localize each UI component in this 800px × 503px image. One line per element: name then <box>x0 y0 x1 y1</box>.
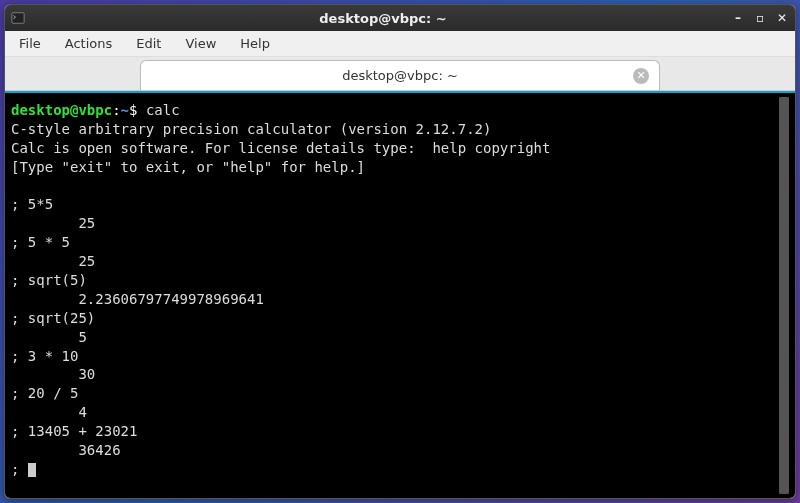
calc-result-1: 25 <box>11 215 95 231</box>
calc-input-7: ; 13405 + 23021 <box>11 423 137 439</box>
calc-input-6: ; 20 / 5 <box>11 385 78 401</box>
tab-terminal[interactable]: desktop@vbpc: ~ ✕ <box>140 60 660 90</box>
menu-edit[interactable]: Edit <box>132 34 165 53</box>
calc-result-4: 5 <box>11 329 87 345</box>
calc-header-2: Calc is open software. For license detai… <box>11 140 550 156</box>
calc-header-3: [Type "exit" to exit, or "help" for help… <box>11 159 365 175</box>
menu-actions[interactable]: Actions <box>61 34 117 53</box>
menu-file[interactable]: File <box>15 34 45 53</box>
window-title: desktop@vbpc: ~ <box>35 11 731 26</box>
scrollbar-thumb[interactable] <box>779 97 789 494</box>
scrollbar[interactable] <box>779 97 789 494</box>
calc-result-6: 4 <box>11 404 87 420</box>
calc-input-5: ; 3 * 10 <box>11 348 78 364</box>
calc-result-2: 25 <box>11 253 95 269</box>
tabbar: desktop@vbpc: ~ ✕ <box>5 57 795 91</box>
terminal-area[interactable]: desktop@vbpc:~$ calc C-style arbitrary p… <box>5 91 795 498</box>
menu-view[interactable]: View <box>181 34 220 53</box>
maximize-button[interactable]: ▫ <box>753 11 767 25</box>
titlebar: desktop@vbpc: ~ – ▫ ✕ <box>5 5 795 31</box>
prompt-colon: : <box>112 102 120 118</box>
menubar: File Actions Edit View Help <box>5 31 795 57</box>
calc-input-4: ; sqrt(25) <box>11 310 95 326</box>
svg-rect-0 <box>12 13 24 24</box>
tab-label: desktop@vbpc: ~ <box>342 68 458 83</box>
cursor <box>28 463 36 477</box>
prompt-dollar: $ <box>129 102 146 118</box>
terminal-icon <box>11 11 25 25</box>
minimize-button[interactable]: – <box>731 11 745 25</box>
calc-header-1: C-style arbitrary precision calculator (… <box>11 121 491 137</box>
terminal-output[interactable]: desktop@vbpc:~$ calc C-style arbitrary p… <box>9 97 775 494</box>
calc-prompt: ; <box>11 461 28 477</box>
calc-result-5: 30 <box>11 366 95 382</box>
calc-input-3: ; sqrt(5) <box>11 272 87 288</box>
command-text: calc <box>146 102 180 118</box>
calc-input-2: ; 5 * 5 <box>11 234 70 250</box>
close-button[interactable]: ✕ <box>775 11 789 25</box>
calc-result-7: 36426 <box>11 442 121 458</box>
terminal-window: desktop@vbpc: ~ – ▫ ✕ File Actions Edit … <box>4 4 796 499</box>
calc-input-1: ; 5*5 <box>11 196 53 212</box>
tab-close-button[interactable]: ✕ <box>633 68 649 84</box>
prompt-path: ~ <box>121 102 129 118</box>
calc-result-3: 2.23606797749978969641 <box>11 291 264 307</box>
prompt-userhost: desktop@vbpc <box>11 102 112 118</box>
menu-help[interactable]: Help <box>236 34 274 53</box>
